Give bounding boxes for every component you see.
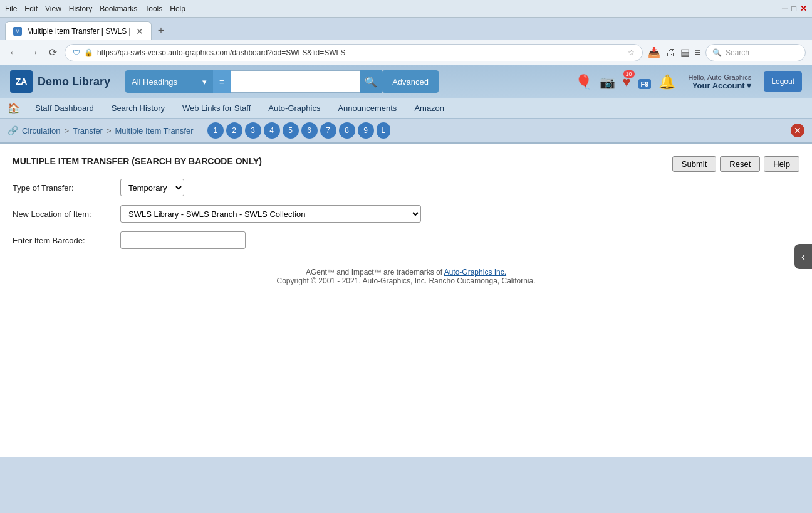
page-tab-8[interactable]: 8 (339, 122, 355, 139)
page-tab-1[interactable]: 1 (207, 122, 224, 139)
nav-announcements[interactable]: Announcements (330, 101, 404, 115)
main-search-input[interactable] (231, 70, 360, 93)
header-icons: 🎈 📷 ♥ 10 F9 🔔 (575, 73, 676, 90)
breadcrumb-circulation[interactable]: Circulation (22, 126, 60, 135)
menu-view[interactable]: View (45, 4, 61, 13)
action-buttons: Submit Reset Help (672, 156, 799, 172)
browser-menu: File Edit View History Bookmarks Tools H… (5, 4, 185, 13)
search-glass-icon: 🔍 (712, 48, 722, 57)
submit-button[interactable]: Submit (672, 156, 716, 172)
page-tab-9[interactable]: 9 (358, 122, 374, 139)
window-maximize[interactable]: □ (791, 4, 796, 13)
close-panel-button[interactable]: ✕ (791, 124, 804, 137)
page-tab-5[interactable]: 5 (283, 122, 299, 139)
app-logo-icon: ZA (10, 70, 33, 93)
breadcrumb-current[interactable]: Multiple Item Transfer (115, 126, 194, 135)
camera-icon-button[interactable]: 📷 (600, 73, 615, 90)
footer-company-link[interactable]: Auto-Graphics Inc. (444, 268, 506, 277)
nav-auto-graphics[interactable]: Auto-Graphics (261, 101, 328, 115)
reset-button[interactable]: Reset (720, 156, 760, 172)
heading-dropdown[interactable]: All Headings ▾ (125, 70, 213, 93)
type-of-transfer-label: Type of Transfer: (13, 183, 113, 193)
tab-favicon: M (13, 27, 22, 36)
page-tab-3[interactable]: 3 (245, 122, 261, 139)
menu-history[interactable]: History (69, 4, 92, 13)
heart-icon-button[interactable]: ♥ 10 (623, 73, 631, 90)
menu-edit[interactable]: Edit (24, 4, 38, 13)
f9-label: F9 (638, 79, 652, 89)
app-navbar: 🏠 Staff Dashboard Search History Web Lin… (0, 98, 812, 119)
type-of-transfer-select[interactable]: Temporary Permanent (120, 179, 184, 196)
menu-tools[interactable]: Tools (145, 4, 162, 13)
reload-button[interactable]: ⟳ (46, 44, 60, 61)
page-tab-2[interactable]: 2 (226, 122, 242, 139)
bell-icon-button[interactable]: 🔔 (658, 73, 675, 90)
page-tab-6[interactable]: 6 (301, 122, 318, 139)
tab-close-button[interactable]: ✕ (136, 26, 143, 36)
pocket-icon[interactable]: 📥 (648, 46, 660, 58)
search-button[interactable]: 🔍 (360, 70, 382, 93)
window-close[interactable]: ✕ (800, 4, 807, 13)
print-icon[interactable]: 🖨 (665, 47, 675, 58)
stack-icon: ≡ (219, 77, 224, 87)
address-url: https://qa-swls-verso.auto-graphics.com/… (97, 48, 624, 57)
page-tabs: 1 2 3 4 5 6 7 8 9 L (207, 122, 391, 139)
tab-title: Multiple Item Transfer | SWLS | (27, 27, 131, 36)
new-location-row: New Location of Item: SWLS Library - SWL… (13, 205, 799, 223)
new-location-select[interactable]: SWLS Library - SWLS Branch - SWLS Collec… (120, 205, 421, 223)
forward-button[interactable]: → (26, 45, 41, 61)
bell-icon: 🔔 (658, 74, 675, 90)
item-barcode-row: Enter Item Barcode: (13, 231, 799, 249)
f9-icon-button[interactable]: F9 (638, 73, 652, 90)
logout-button[interactable]: Logout (764, 71, 802, 92)
item-barcode-input[interactable] (120, 231, 246, 249)
app-logo-area: ZA Demo Library (10, 70, 118, 93)
advanced-button[interactable]: Advanced (382, 70, 439, 93)
new-tab-button[interactable]: + (154, 24, 169, 38)
footer-trademark-line: AGent™ and Impact™ are trademarks of Aut… (13, 268, 799, 277)
app-header: ZA Demo Library All Headings ▾ ≡ 🔍 Advan… (0, 65, 812, 98)
user-area: Hello, Auto-Graphics Your Account ▾ (688, 73, 751, 90)
sidebar-collapse-button[interactable]: ‹ (794, 244, 812, 269)
balloon-icon: 🎈 (575, 74, 592, 90)
browser-search-box[interactable]: 🔍 Search (705, 44, 806, 61)
balloon-icon-button[interactable]: 🎈 (575, 73, 592, 90)
heading-dropdown-arrow: ▾ (202, 77, 207, 87)
page-tab-7[interactable]: 7 (320, 122, 336, 139)
back-button[interactable]: ← (6, 45, 21, 61)
type-of-transfer-row: Type of Transfer: Temporary Permanent (13, 179, 799, 196)
nav-staff-dashboard[interactable]: Staff Dashboard (28, 101, 102, 115)
browser-tabbar: M Multiple Item Transfer | SWLS | ✕ + (0, 18, 812, 40)
main-content: Submit Reset Help MULTIPLE ITEM TRANSFER… (0, 144, 812, 457)
menu-file[interactable]: File (5, 4, 17, 13)
browser-tab-active[interactable]: M Multiple Item Transfer | SWLS | ✕ (5, 21, 152, 40)
bookmark-star-icon[interactable]: ☆ (628, 48, 635, 57)
nav-amazon[interactable]: Amazon (407, 101, 452, 115)
window-minimize[interactable]: ─ (782, 4, 788, 13)
breadcrumb-transfer[interactable]: Transfer (73, 126, 103, 135)
search-area: All Headings ▾ ≡ 🔍 Advanced (125, 70, 439, 93)
page-tab-4[interactable]: 4 (264, 122, 280, 139)
user-greeting: Hello, Auto-Graphics (688, 73, 751, 81)
menu-help[interactable]: Help (170, 4, 185, 13)
browser-actions: 📥 🖨 ▤ ≡ (648, 46, 700, 58)
help-button[interactable]: Help (764, 156, 799, 172)
lock-icon: 🔒 (84, 48, 93, 57)
browser-addressbar: ← → ⟳ 🛡 🔒 https://qa-swls-verso.auto-gra… (0, 40, 812, 65)
new-location-label: New Location of Item: (13, 209, 113, 219)
reader-view-icon[interactable]: ▤ (680, 46, 690, 58)
menu-icon[interactable]: ≡ (695, 47, 700, 58)
nav-search-history[interactable]: Search History (104, 101, 172, 115)
app-wrapper: ZA Demo Library All Headings ▾ ≡ 🔍 Advan… (0, 65, 812, 513)
home-icon[interactable]: 🏠 (8, 102, 20, 114)
item-barcode-label: Enter Item Barcode: (13, 236, 113, 245)
breadcrumb-sep-1: > (64, 126, 69, 135)
address-bar[interactable]: 🛡 🔒 https://qa-swls-verso.auto-graphics.… (65, 44, 643, 61)
footer-trademark-text: AGent™ and Impact™ are trademarks of (306, 268, 444, 277)
nav-web-links[interactable]: Web Links for Staff (175, 101, 258, 115)
stack-icon-button[interactable]: ≡ (213, 70, 231, 93)
page-tab-L[interactable]: L (377, 122, 391, 139)
footer-text: AGent™ and Impact™ are trademarks of Aut… (13, 268, 799, 285)
user-account-link[interactable]: Your Account ▾ (692, 81, 751, 90)
menu-bookmarks[interactable]: Bookmarks (100, 4, 137, 13)
